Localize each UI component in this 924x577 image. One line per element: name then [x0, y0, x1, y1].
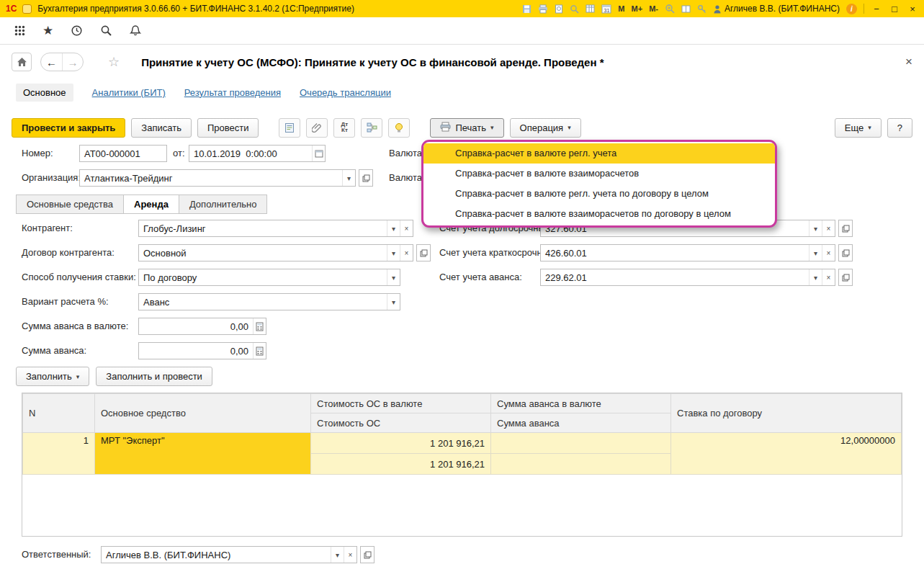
clear-icon[interactable]: ×	[400, 245, 413, 261]
table-row[interactable]: 1 МРТ "Эксперт" 1 201 916,21 12,00000000	[23, 433, 902, 454]
dropdown-icon[interactable]: ▾	[331, 547, 344, 563]
organization-open-icon[interactable]	[359, 169, 373, 187]
attachments-icon[interactable]	[306, 118, 328, 138]
responsible-input[interactable]: Агличев В.В. (БИТ.ФИНАНС) ▾ ×	[101, 546, 357, 563]
calendar-icon[interactable]: 31	[601, 3, 611, 14]
tab-main[interactable]: Основное	[16, 84, 73, 102]
find-icon[interactable]	[570, 3, 579, 14]
dropdown-icon[interactable]: ▾	[809, 220, 822, 236]
organization-input[interactable]: Атлантика-Трейдинг ▾	[79, 169, 356, 187]
fill-button[interactable]: Заполнить ▾	[16, 367, 89, 386]
advance-input[interactable]: 0,00	[138, 342, 266, 359]
clear-icon[interactable]: ×	[822, 245, 835, 261]
print-button[interactable]: Печать ▾	[430, 118, 503, 138]
row-number-cell[interactable]: 1	[23, 433, 95, 475]
key-icon[interactable]	[697, 3, 707, 14]
post-button[interactable]: Провести	[197, 118, 259, 138]
account-advance-input[interactable]: 229.62.01 ▾ ×	[540, 269, 835, 286]
dropdown-icon[interactable]: ▾	[387, 245, 400, 261]
calc-variant-select[interactable]: Аванс ▾	[138, 293, 400, 310]
calendar-picker-icon[interactable]	[312, 146, 325, 161]
maximize-button[interactable]: □	[889, 4, 900, 14]
dropdown-icon[interactable]: ▾	[387, 269, 400, 285]
advance-cell[interactable]	[491, 454, 671, 475]
calculator-icon[interactable]	[253, 343, 266, 359]
subtab-additional[interactable]: Дополнительно	[179, 194, 268, 214]
fill-and-post-button[interactable]: Заполнить и провести	[96, 367, 212, 386]
advance-currency-input[interactable]: 0,00	[138, 318, 266, 335]
column-header-advance[interactable]: Сумма аванса	[491, 413, 671, 433]
clear-icon[interactable]: ×	[400, 220, 413, 236]
menu-item-calc-reference-reg-currency[interactable]: Справка-расчет в валюте регл. учета	[423, 143, 775, 164]
form-close-icon[interactable]: ×	[905, 55, 912, 69]
menu-item-calc-reference-settlement-currency-whole-contract[interactable]: Справка-расчет в валюте взаиморасчетов п…	[423, 204, 775, 224]
clear-icon[interactable]: ×	[822, 220, 835, 236]
dropdown-icon[interactable]: ▾	[342, 170, 355, 186]
column-header-cost[interactable]: Стоимость ОС	[311, 413, 491, 433]
menu-item-calc-reference-reg-currency-whole-contract[interactable]: Справка-расчет в валюте регл. учета по д…	[423, 184, 775, 204]
minimize-button[interactable]: −	[871, 4, 882, 14]
operation-button[interactable]: Операция ▾	[510, 118, 581, 138]
number-input[interactable]: АТ00-000001	[79, 145, 167, 162]
back-button[interactable]: ←	[41, 53, 62, 71]
date-input[interactable]: 10.01.2019 0:00:00	[189, 145, 326, 162]
tab-analytics-bit[interactable]: Аналитики (БИТ)	[92, 87, 166, 98]
hint-lamp-icon[interactable]	[388, 118, 410, 138]
asset-cell[interactable]: МРТ "Эксперт"	[95, 433, 311, 475]
zoom-icon[interactable]	[665, 3, 675, 14]
postings-dtkt-icon[interactable]: ДтКт	[333, 118, 355, 138]
cost-currency-cell[interactable]: 1 201 916,21	[311, 433, 491, 454]
menu-item-calc-reference-settlement-currency[interactable]: Справка-расчет в валюте взаиморасчетов	[423, 164, 775, 184]
report-document-icon[interactable]	[279, 118, 300, 138]
memory-m-plus-button[interactable]: M+	[632, 4, 643, 13]
write-button[interactable]: Записать	[131, 118, 192, 138]
subtab-rent[interactable]: Аренда	[123, 194, 179, 214]
favorite-star-icon[interactable]: ☆	[108, 54, 120, 70]
favorites-icon[interactable]: ★	[42, 23, 53, 38]
apps-menu-icon[interactable]	[14, 25, 25, 36]
account-long-open-icon[interactable]	[838, 220, 853, 237]
contract-input[interactable]: Основной ▾ ×	[138, 244, 413, 261]
column-header-cost-currency[interactable]: Стоимость ОС в валюте	[311, 394, 491, 413]
window-close-button[interactable]: ×	[907, 4, 918, 14]
forward-button[interactable]: →	[62, 53, 83, 71]
column-header-rate[interactable]: Ставка по договору	[671, 394, 902, 433]
dropdown-icon[interactable]: ▾	[387, 294, 400, 310]
tab-posting-result[interactable]: Результат проведения	[184, 87, 281, 98]
rate-method-select[interactable]: По договору ▾	[138, 269, 400, 286]
post-and-close-button[interactable]: Провести и закрыть	[12, 118, 125, 138]
calculator-icon[interactable]	[253, 318, 266, 334]
dropdown-icon[interactable]: ▾	[809, 269, 822, 285]
column-header-advance-currency[interactable]: Сумма аванса в валюте	[491, 394, 671, 413]
search-icon[interactable]	[100, 24, 112, 37]
print-icon[interactable]	[538, 3, 548, 14]
column-header-n[interactable]: N	[23, 394, 95, 433]
more-button[interactable]: Еще ▾	[835, 118, 882, 138]
advance-currency-cell[interactable]	[491, 433, 671, 454]
account-advance-open-icon[interactable]	[838, 269, 853, 286]
save-icon[interactable]	[522, 3, 531, 14]
table-icon[interactable]	[586, 3, 595, 14]
memory-m-button[interactable]: M	[618, 4, 624, 13]
responsible-open-icon[interactable]	[360, 546, 374, 563]
history-icon[interactable]	[71, 24, 83, 37]
contract-open-icon[interactable]	[416, 244, 431, 261]
info-icon[interactable]: i	[846, 4, 857, 14]
tab-translation-queue[interactable]: Очередь трансляции	[300, 87, 391, 98]
clear-icon[interactable]: ×	[822, 269, 835, 285]
column-header-asset[interactable]: Основное средство	[95, 394, 311, 433]
account-short-input[interactable]: 426.60.01 ▾ ×	[540, 244, 835, 261]
subtab-fixed-assets[interactable]: Основные средства	[16, 194, 123, 214]
home-button[interactable]	[12, 53, 32, 71]
dropdown-icon[interactable]: ▾	[809, 245, 822, 261]
current-user[interactable]: Агличев В.В. (БИТ.ФИНАНС)	[713, 3, 840, 14]
split-window-icon[interactable]	[681, 3, 691, 14]
document-structure-icon[interactable]	[361, 118, 382, 138]
memory-m-minus-button[interactable]: M-	[649, 4, 658, 13]
account-short-open-icon[interactable]	[838, 244, 853, 261]
preview-icon[interactable]	[555, 3, 563, 14]
rate-cell[interactable]: 12,00000000	[671, 433, 902, 475]
dropdown-icon[interactable]: ▾	[387, 220, 400, 236]
clear-icon[interactable]: ×	[344, 547, 356, 563]
contractor-input[interactable]: Глобус-Лизинг ▾ ×	[138, 220, 413, 237]
